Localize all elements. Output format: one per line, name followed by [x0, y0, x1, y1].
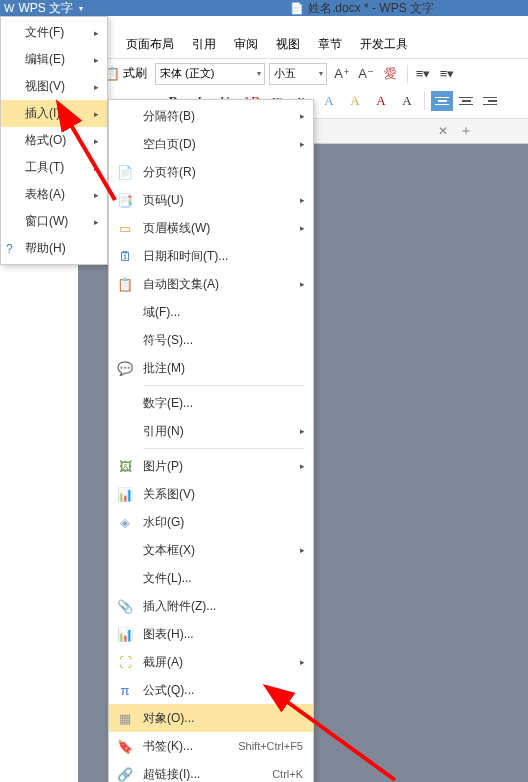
menu-item-label: 分隔符(B): [143, 108, 195, 125]
text-effect-button[interactable]: A: [316, 90, 342, 112]
insert-menu-item[interactable]: 文件(L)...: [109, 564, 313, 592]
menu-item-icon: ⛶: [117, 654, 133, 670]
app-icon: W: [4, 2, 14, 14]
classic-menu-item[interactable]: 文件(F)▸: [1, 19, 107, 46]
menu-item-label: 工具(T): [25, 159, 64, 176]
insert-menu-item[interactable]: 📊关系图(V): [109, 480, 313, 508]
insert-menu-item[interactable]: 符号(S)...: [109, 326, 313, 354]
insert-menu-item[interactable]: 空白页(D)▸: [109, 130, 313, 158]
insert-menu-item[interactable]: 数字(E)...: [109, 389, 313, 417]
menu-item-icon: [117, 423, 133, 439]
menu-item-label: 截屏(A): [143, 654, 183, 671]
insert-menu-item[interactable]: 域(F)...: [109, 298, 313, 326]
titlebar-dropdown-icon[interactable]: ▾: [79, 4, 83, 13]
tab-view[interactable]: 视图: [276, 36, 300, 53]
insert-menu-item[interactable]: ▭页眉横线(W)▸: [109, 214, 313, 242]
insert-menu-item[interactable]: 🔖书签(K)...Shift+Ctrl+F5: [109, 732, 313, 760]
classic-menu-item[interactable]: 表格(A)▸: [1, 181, 107, 208]
tab-sections[interactable]: 章节: [318, 36, 342, 53]
char-shading-button[interactable]: A: [394, 90, 420, 112]
menu-item-label: 公式(Q)...: [143, 682, 194, 699]
classic-menu-item[interactable]: 格式(O)▸: [1, 127, 107, 154]
insert-menu-item[interactable]: 引用(N)▸: [109, 417, 313, 445]
decrease-font-button[interactable]: A⁻: [355, 63, 377, 85]
insert-menu-item[interactable]: 📊图表(H)...: [109, 620, 313, 648]
menu-item-label: 文件(L)...: [143, 570, 192, 587]
menu-item-label: 对象(O)...: [143, 710, 194, 727]
font-select[interactable]: 宋体 (正文) ▾: [155, 63, 265, 85]
tab-references[interactable]: 引用: [192, 36, 216, 53]
menu-item-icon: [117, 395, 133, 411]
menu-item-label: 帮助(H): [25, 240, 66, 257]
increase-font-button[interactable]: A⁺: [331, 63, 353, 85]
tab-page-layout[interactable]: 页面布局: [126, 36, 174, 53]
format-brush-label: 式刷: [123, 65, 147, 82]
insert-menu-item[interactable]: 📄分页符(R): [109, 158, 313, 186]
insert-menu-item[interactable]: ⛶截屏(A)▸: [109, 648, 313, 676]
insert-submenu: 分隔符(B)▸空白页(D)▸📄分页符(R)📑页码(U)▸▭页眉横线(W)▸🗓日期…: [108, 99, 314, 782]
font-size-value: 小五: [274, 66, 296, 81]
insert-menu-item[interactable]: 🔗超链接(I)...Ctrl+K: [109, 760, 313, 782]
font-color-button[interactable]: A: [368, 90, 394, 112]
classic-menu-item[interactable]: 插入(I)▸: [1, 100, 107, 127]
menu-item-label: 图表(H)...: [143, 626, 194, 643]
titlebar: W WPS 文字 ▾: [0, 0, 528, 16]
menu-item-icon: 📑: [117, 192, 133, 208]
menu-item-icon: [117, 570, 133, 586]
menu-item-label: 插入(I): [25, 105, 60, 122]
align-right-button[interactable]: [479, 91, 501, 111]
chevron-right-icon: ▸: [300, 111, 305, 121]
close-tab-button[interactable]: ✕: [438, 124, 448, 138]
tab-developer[interactable]: 开发工具: [360, 36, 408, 53]
menu-item-label: 引用(N): [143, 423, 184, 440]
insert-menu-item[interactable]: 📋自动图文集(A)▸: [109, 270, 313, 298]
insert-menu-item[interactable]: ◈水印(G): [109, 508, 313, 536]
font-size-select[interactable]: 小五 ▾: [269, 63, 327, 85]
insert-menu-item[interactable]: 文本框(X)▸: [109, 536, 313, 564]
chevron-right-icon: ▸: [94, 82, 99, 92]
menu-item-label: 表格(A): [25, 186, 65, 203]
phonetic-guide-button[interactable]: 愛: [379, 63, 401, 85]
tab-review[interactable]: 审阅: [234, 36, 258, 53]
menu-item-icon: 📊: [117, 486, 133, 502]
menu-item-label: 文本框(X): [143, 542, 195, 559]
align-left-button[interactable]: [431, 91, 453, 111]
chevron-right-icon: ▸: [94, 136, 99, 146]
chevron-right-icon: ▸: [94, 55, 99, 65]
document-title-wrap: 📄 姓名.docx * - WPS 文字: [290, 0, 434, 16]
insert-menu-item[interactable]: π公式(Q)...: [109, 676, 313, 704]
new-tab-button[interactable]: ＋: [459, 122, 473, 140]
menu-item-icon: ◈: [117, 514, 133, 530]
chevron-right-icon: ▸: [300, 657, 305, 667]
menu-item-label: 数字(E)...: [143, 395, 193, 412]
highlight-button[interactable]: A: [342, 90, 368, 112]
menu-item-label: 格式(O): [25, 132, 66, 149]
chevron-down-icon: ▾: [257, 69, 261, 78]
insert-menu-item[interactable]: ▦对象(O)...: [109, 704, 313, 732]
chevron-right-icon: ▸: [94, 217, 99, 227]
classic-menu-item[interactable]: 视图(V)▸: [1, 73, 107, 100]
insert-menu-item[interactable]: 📎插入附件(Z)...: [109, 592, 313, 620]
menu-item-icon: 🗓: [117, 248, 133, 264]
menu-item-label: 超链接(I)...: [143, 766, 200, 783]
insert-menu-item[interactable]: 💬批注(M): [109, 354, 313, 382]
chevron-right-icon: ▸: [300, 545, 305, 555]
chevron-right-icon: ▸: [300, 139, 305, 149]
insert-menu-item[interactable]: 分隔符(B)▸: [109, 102, 313, 130]
menu-item-icon: ▦: [117, 710, 133, 726]
classic-menu-item[interactable]: ?帮助(H): [1, 235, 107, 262]
menu-item-label: 域(F)...: [143, 304, 180, 321]
toolbar-font: 📋 式刷 宋体 (正文) ▾ 小五 ▾ A⁺ A⁻ 愛 ≡▾ ≡▾: [100, 58, 528, 88]
align-center-button[interactable]: [455, 91, 477, 111]
classic-menu-item[interactable]: 工具(T)▸: [1, 154, 107, 181]
insert-menu-item[interactable]: 🖼图片(P)▸: [109, 452, 313, 480]
menu-item-icon: [117, 304, 133, 320]
numbering-button[interactable]: ≡▾: [436, 63, 458, 85]
classic-menu-item[interactable]: 窗口(W)▸: [1, 208, 107, 235]
menu-item-label: 批注(M): [143, 360, 185, 377]
classic-menu-item[interactable]: 编辑(E)▸: [1, 46, 107, 73]
bullets-button[interactable]: ≡▾: [412, 63, 434, 85]
chevron-right-icon: ▸: [300, 426, 305, 436]
insert-menu-item[interactable]: 📑页码(U)▸: [109, 186, 313, 214]
insert-menu-item[interactable]: 🗓日期和时间(T)...: [109, 242, 313, 270]
